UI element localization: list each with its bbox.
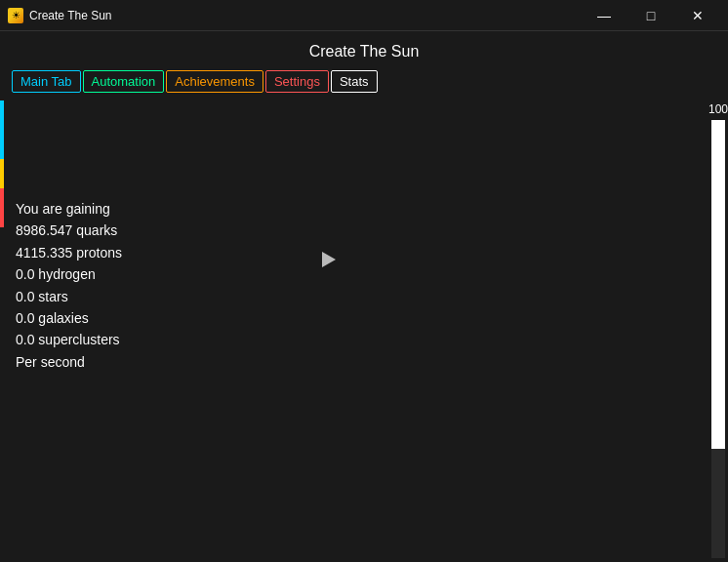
tab-settings[interactable]: Settings <box>265 70 329 93</box>
tabs-bar: Main Tab Automation Achievements Setting… <box>0 70 728 100</box>
title-bar: ☀ Create The Sun — □ ✕ <box>0 0 728 31</box>
strip-blue <box>0 100 4 159</box>
minimize-button[interactable]: — <box>582 0 627 31</box>
left-strip <box>0 100 8 562</box>
main-area: You are gaining 8986.547 quarks 4115.335… <box>0 100 728 562</box>
titlebar-title: Create The Sun <box>29 9 112 22</box>
tab-automation[interactable]: Automation <box>83 70 165 93</box>
stats-line-2: 0.0 hydrogen <box>16 263 122 285</box>
app-icon: ☀ <box>8 8 23 23</box>
maximize-button[interactable]: □ <box>628 0 673 31</box>
window-content: Create The Sun Main Tab Automation Achie… <box>0 31 728 562</box>
stats-line-0: 8986.547 quarks <box>16 220 122 241</box>
scroll-thumb[interactable] <box>711 120 725 449</box>
close-button[interactable]: ✕ <box>675 0 720 31</box>
stats-content: You are gaining 8986.547 quarks 4115.335… <box>16 198 122 373</box>
stats-line-5: 0.0 superclusters <box>16 329 122 350</box>
title-bar-controls: — □ ✕ <box>582 0 720 31</box>
scroll-label: 100 <box>708 102 728 116</box>
strip-red <box>0 188 4 227</box>
scrollbar[interactable]: 100 <box>708 100 728 562</box>
strip-yellow <box>0 159 4 188</box>
scroll-track[interactable] <box>711 120 725 558</box>
cursor-indicator <box>322 252 336 267</box>
stats-line-6: Per second <box>16 351 122 373</box>
tab-achievements[interactable]: Achievements <box>166 70 263 93</box>
stats-line-3: 0.0 stars <box>16 286 122 307</box>
stats-header: You are gaining <box>16 198 122 220</box>
tab-stats[interactable]: Stats <box>331 70 378 93</box>
tab-main[interactable]: Main Tab <box>12 70 81 93</box>
stats-line-4: 0.0 galaxies <box>16 307 122 329</box>
stats-line-1: 4115.335 protons <box>16 242 122 263</box>
app-title: Create The Sun <box>0 31 728 70</box>
title-bar-left: ☀ Create The Sun <box>8 8 112 23</box>
